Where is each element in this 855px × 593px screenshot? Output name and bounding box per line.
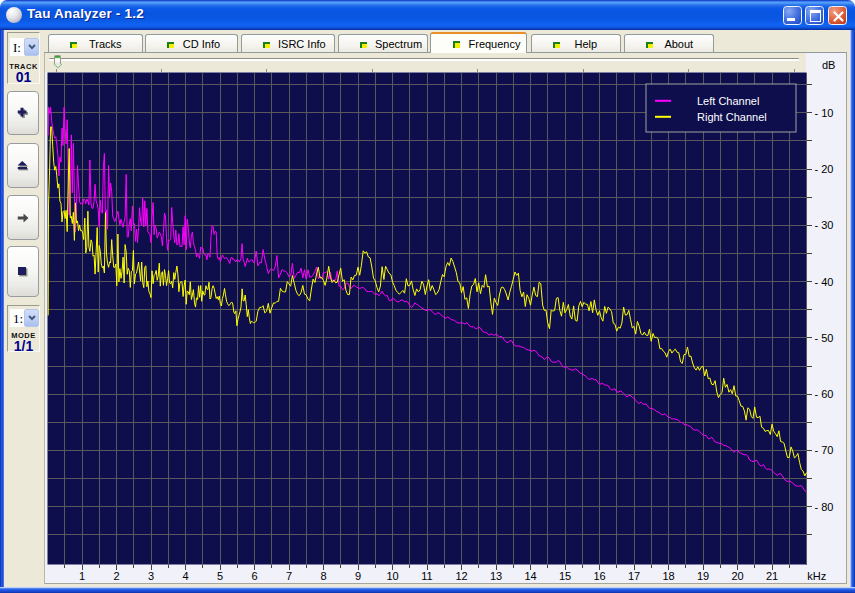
svg-text:- 30: - 30 — [815, 219, 834, 231]
svg-text:6: 6 — [251, 570, 257, 582]
svg-text:12: 12 — [455, 570, 467, 582]
svg-text:8: 8 — [320, 570, 326, 582]
svg-text:7: 7 — [286, 570, 292, 582]
svg-text:13: 13 — [490, 570, 502, 582]
svg-text:20: 20 — [731, 570, 743, 582]
svg-text:3: 3 — [148, 570, 154, 582]
svg-text:- 20: - 20 — [815, 163, 834, 175]
svg-text:2: 2 — [113, 570, 119, 582]
svg-text:Left Channel: Left Channel — [697, 95, 759, 107]
svg-text:9: 9 — [355, 570, 361, 582]
svg-text:10: 10 — [386, 570, 398, 582]
svg-text:11: 11 — [421, 570, 432, 582]
svg-text:- 10: - 10 — [815, 107, 834, 119]
svg-text:5: 5 — [217, 570, 223, 582]
svg-text:15: 15 — [559, 570, 571, 582]
svg-text:19: 19 — [697, 570, 709, 582]
svg-text:- 60: - 60 — [815, 388, 834, 400]
svg-text:16: 16 — [593, 570, 605, 582]
svg-text:14: 14 — [524, 570, 536, 582]
svg-text:- 40: - 40 — [815, 276, 834, 288]
svg-text:17: 17 — [628, 570, 640, 582]
svg-text:21: 21 — [766, 570, 778, 582]
svg-text:- 70: - 70 — [815, 444, 834, 456]
svg-text:Right Channel: Right Channel — [697, 111, 767, 123]
svg-text:dB: dB — [822, 59, 835, 71]
svg-text:18: 18 — [662, 570, 674, 582]
svg-text:- 50: - 50 — [815, 332, 834, 344]
svg-text:- 80: - 80 — [815, 501, 834, 513]
svg-text:4: 4 — [182, 570, 188, 582]
svg-text:kHz: kHz — [807, 570, 826, 582]
svg-text:1: 1 — [79, 570, 85, 582]
